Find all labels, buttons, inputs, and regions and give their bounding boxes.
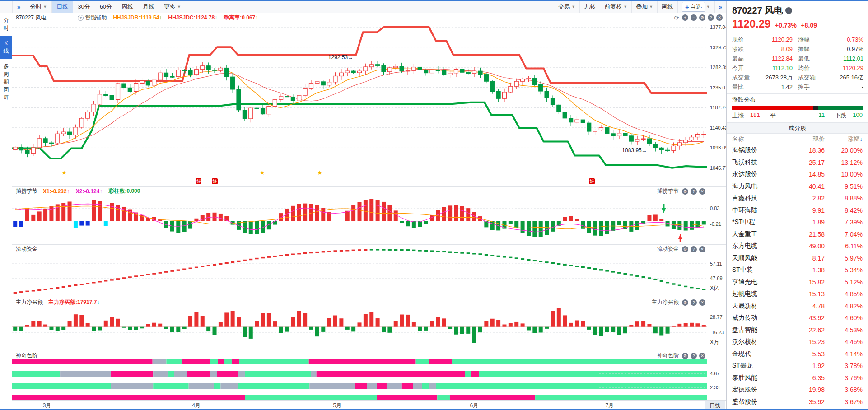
component-stock-row[interactable]: 亨通光电15.825.12%	[727, 276, 868, 289]
component-stock-row[interactable]: 海力风电40.419.51%	[727, 181, 868, 193]
component-stock-row[interactable]: 海锅股份18.3620.00%	[727, 144, 868, 157]
component-stock-row[interactable]: 宏德股份19.983.68%	[727, 384, 868, 396]
period-tag[interactable]: 日线	[705, 401, 725, 410]
svg-text:1093.09: 1093.09	[710, 145, 726, 150]
components-table-header: 名称 现价 涨幅↓	[727, 134, 868, 144]
help-icon[interactable]: ?	[708, 14, 714, 21]
svg-text:0.83: 0.83	[710, 205, 719, 211]
toolbar-交易-button[interactable]: 交易▼	[554, 1, 579, 13]
bulao-season-panel[interactable]: 捕捞季节X1:-0.232↑X2:-0.124↑彩柱数:0.000捕捞季节⚙?✕…	[12, 186, 726, 244]
month-label: 5月	[333, 402, 342, 410]
svg-text:47.69: 47.69	[710, 275, 723, 281]
period-toolbar: »分时▼日线30分60分周线月线更多▼交易▼九转前复权▼叠加▼画线+自选▼»	[0, 1, 726, 13]
tab-更多[interactable]: 更多▼	[159, 1, 186, 13]
sidebar-item-分时[interactable]: 分时	[0, 13, 12, 36]
toolbar-叠加-button[interactable]: 叠加▼	[631, 1, 657, 13]
close-icon[interactable]: ✕	[699, 353, 705, 359]
stat-row: 量比1.42换手-	[732, 82, 863, 92]
panel-name: 主力净买额	[16, 298, 43, 306]
svg-text:1187.74: 1187.74	[710, 105, 726, 110]
month-label: 6月	[470, 402, 479, 410]
toolbar-画线-button[interactable]: 画线	[657, 1, 677, 13]
component-stock-row[interactable]: *ST中程1.897.39%	[727, 216, 868, 228]
svg-text:-16.23: -16.23	[710, 330, 724, 335]
component-stock-row[interactable]: ST中装1.385.34%	[727, 264, 868, 276]
close-icon[interactable]: ✕	[716, 14, 723, 21]
toolbar-spacer	[186, 1, 554, 13]
star-marker: ★	[260, 169, 265, 176]
smart-assist-button[interactable]: ▼ 智能辅助	[78, 14, 107, 22]
advance-decline-block: 涨跌分布 上涨 181 平 11 下跌 100	[727, 94, 868, 123]
tab-月线[interactable]: 月线	[138, 1, 159, 13]
component-stock-row[interactable]: 沃尔核材15.234.46%	[727, 336, 868, 348]
smart-assist-label: 智能辅助	[85, 14, 107, 22]
svg-text:1140.42: 1140.42	[710, 125, 726, 130]
add-favorite-button[interactable]: +自选▼	[677, 1, 714, 13]
component-stock-row[interactable]: 天顺风能8.175.97%	[727, 252, 868, 265]
quote-side-panel: 870227 风电 ! 1120.29 +0.73% +8.09 现价1120.…	[726, 1, 868, 409]
component-stock-row[interactable]: 威力传动43.924.60%	[727, 312, 868, 324]
panel-name: 捕捞季节	[16, 187, 37, 195]
info-icon[interactable]: !	[785, 7, 792, 14]
toolbar-前复权-button[interactable]: 前复权▼	[600, 1, 631, 13]
component-stock-row[interactable]: 天晟新材4.784.82%	[727, 300, 868, 312]
component-stock-row[interactable]: 盛帮股份35.923.67%	[727, 396, 868, 408]
tab-日线[interactable]: 日线	[52, 1, 73, 13]
tab-周线[interactable]: 周线	[117, 1, 138, 13]
help-icon[interactable]: ?	[691, 188, 697, 195]
component-stock-row[interactable]: 泰胜风能6.353.76%	[727, 372, 868, 384]
component-stock-row[interactable]: ST墨龙1.923.78%	[727, 360, 868, 372]
settings-icon[interactable]: ⚙	[682, 246, 688, 252]
col-name[interactable]: 名称	[732, 135, 789, 143]
collapse-tabs-button[interactable]: »	[12, 1, 25, 13]
panel-name: 神奇色阶	[16, 352, 37, 359]
settings-icon[interactable]: ⚙	[699, 14, 705, 21]
component-stock-row[interactable]: 吉鑫科技2.828.88%	[727, 192, 868, 205]
change-percent: +0.73%	[775, 22, 797, 29]
close-icon[interactable]: ✕	[699, 246, 705, 252]
panel-name-right: 流动资金	[657, 245, 679, 253]
help-icon[interactable]: ?	[691, 299, 697, 306]
col-change[interactable]: 涨幅↓	[825, 135, 863, 143]
zoom-out-icon[interactable]: −	[691, 14, 697, 21]
stat-row: 成交量2673.28万成交额265.16亿	[732, 73, 863, 82]
settings-icon[interactable]: ⚙	[682, 353, 688, 359]
sidebar-item-K线[interactable]: K线	[0, 36, 12, 59]
settings-icon[interactable]: ⚙	[682, 299, 688, 306]
liquid-funds-panel[interactable]: 流动资金流动资金⚙?✕57.1147.69X亿	[12, 244, 726, 298]
stat-row: 今开1112.10均价1120.29	[732, 63, 863, 73]
toolbar-overflow-button[interactable]: »	[714, 1, 726, 13]
component-stock-row[interactable]: 盘古智能22.624.53%	[727, 324, 868, 336]
component-stock-row[interactable]: 金现代5.534.14%	[727, 348, 868, 360]
component-stock-row[interactable]: 起帆电缆15.134.85%	[727, 288, 868, 300]
component-stock-row[interactable]: 飞沃科技25.1713.12%	[727, 157, 868, 169]
help-icon[interactable]: ?	[691, 353, 697, 359]
close-icon[interactable]: ✕	[699, 299, 705, 306]
col-price[interactable]: 现价	[789, 135, 825, 143]
tab-分时[interactable]: 分时▼	[25, 1, 52, 13]
favorite-caret-icon[interactable]: ▼	[706, 5, 710, 9]
tab-30分[interactable]: 30分	[73, 1, 95, 13]
main-net-buy-panel[interactable]: 主力净买额主力净买额:17917.7↓主力净买额⚙?✕28.77-16.23X万	[12, 298, 726, 351]
toolbar-九转-button[interactable]: 九转	[579, 1, 600, 13]
component-stock-row[interactable]: 永达股份14.8510.00%	[727, 168, 868, 181]
close-icon[interactable]: ✕	[699, 188, 705, 195]
component-stock-row[interactable]: 东方电缆49.006.11%	[727, 240, 868, 252]
main-candlestick-panel[interactable]: 1377.041329.721282.391235.071187.741140.…	[12, 22, 726, 186]
tab-60分[interactable]: 60分	[95, 1, 117, 13]
chevron-down-icon: ▼	[78, 15, 84, 21]
sidebar-item-多周期同屏[interactable]: 多周期同屏	[0, 59, 12, 105]
chart-header-icons: ⟳ + − ⚙ ? ✕	[673, 14, 723, 21]
good-signal-badge: 好	[589, 178, 595, 184]
component-stock-row[interactable]: 大金重工21.587.04%	[727, 228, 868, 241]
zoom-in-icon[interactable]: +	[682, 14, 688, 21]
help-icon[interactable]: ?	[691, 246, 697, 252]
settings-icon[interactable]: ⚙	[682, 188, 688, 195]
up-count: 181	[750, 112, 760, 120]
refresh-icon[interactable]: ⟳	[673, 14, 680, 21]
components-title: 成分股	[727, 123, 868, 134]
svg-text:X亿: X亿	[710, 285, 719, 291]
component-stock-row[interactable]: 中环海陆9.918.42%	[727, 205, 868, 217]
down-count: 100	[853, 112, 863, 120]
magic-scale-panel[interactable]: 神奇色阶神奇色阶⚙?✕4.672.33	[12, 351, 726, 400]
